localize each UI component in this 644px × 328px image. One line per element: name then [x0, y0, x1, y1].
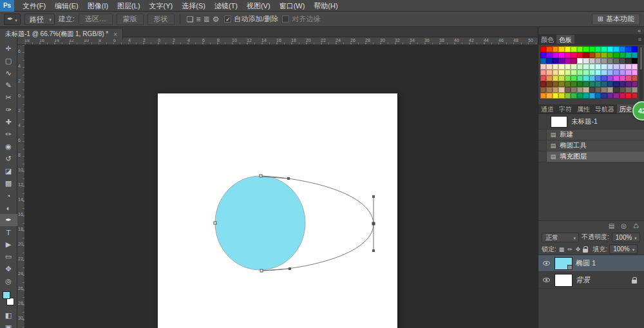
tab-properties[interactable]: 属性	[574, 104, 592, 113]
color-swatch[interactable]	[613, 75, 619, 81]
type-tool[interactable]: T	[0, 226, 17, 238]
color-swatch[interactable]	[583, 75, 589, 81]
color-swatch[interactable]	[558, 52, 564, 58]
color-swatch[interactable]	[577, 70, 583, 75]
color-swatch[interactable]	[620, 52, 625, 58]
color-swatch[interactable]	[565, 58, 571, 64]
new-document-from-state-button[interactable]: ▤	[609, 222, 614, 229]
color-swatch[interactable]	[583, 52, 589, 58]
color-swatch[interactable]	[595, 52, 601, 58]
visibility-toggle[interactable]	[541, 278, 551, 282]
screen-mode[interactable]: ▣	[0, 322, 17, 328]
color-swatch[interactable]	[553, 81, 558, 87]
tab-channels[interactable]: 通道	[538, 104, 556, 113]
color-swatch[interactable]	[571, 58, 576, 64]
color-swatch[interactable]	[632, 46, 638, 52]
color-swatch[interactable]	[632, 52, 638, 58]
history-state-ellipse-tool[interactable]: ▤椭圆工具	[538, 140, 644, 151]
canvas-area[interactable]	[25, 45, 538, 328]
color-swatch[interactable]	[540, 81, 546, 87]
color-swatch[interactable]	[625, 58, 631, 64]
panel-menu-icon[interactable]: ≡	[636, 35, 644, 44]
color-swatch[interactable]	[565, 75, 571, 81]
color-swatch[interactable]	[595, 75, 601, 81]
color-swatch[interactable]	[583, 64, 589, 70]
color-swatch[interactable]	[620, 70, 625, 75]
color-swatch[interactable]	[620, 46, 625, 52]
fill-select[interactable]: 100%	[609, 244, 638, 254]
menu-file[interactable]: 文件(F)	[18, 0, 50, 12]
color-swatch[interactable]	[632, 87, 638, 93]
color-swatch[interactable]	[601, 64, 607, 70]
color-swatch[interactable]	[589, 87, 595, 93]
color-swatch[interactable]	[558, 70, 564, 75]
tab-color[interactable]: 颜色	[538, 35, 556, 44]
color-swatch[interactable]	[620, 93, 625, 99]
color-swatch[interactable]	[558, 64, 564, 70]
color-swatch[interactable]	[553, 46, 558, 52]
menu-type[interactable]: 文字(Y)	[145, 0, 178, 12]
color-swatch[interactable]	[546, 70, 552, 75]
path-operations-button[interactable]: ❏	[185, 14, 195, 25]
menu-layer[interactable]: 图层(L)	[113, 0, 144, 12]
zoom-tool[interactable]: ◎	[0, 275, 17, 287]
color-swatch[interactable]	[589, 70, 595, 75]
color-swatch[interactable]	[632, 81, 638, 87]
color-swatch[interactable]	[625, 46, 631, 52]
menu-image[interactable]: 图像(I)	[83, 0, 113, 12]
color-swatch[interactable]	[595, 64, 601, 70]
color-swatch[interactable]	[583, 46, 589, 52]
path-anchor-right[interactable]	[372, 222, 375, 225]
quick-selection-tool[interactable]: ✎	[0, 79, 17, 92]
color-swatch[interactable]	[577, 46, 583, 52]
color-swatch[interactable]	[589, 64, 595, 70]
opacity-select[interactable]: 100%	[612, 233, 640, 242]
color-swatch[interactable]	[558, 87, 564, 93]
color-swatch[interactable]	[540, 52, 546, 58]
color-swatch[interactable]	[571, 46, 576, 52]
color-swatch[interactable]	[571, 64, 576, 70]
color-swatch[interactable]	[601, 46, 607, 52]
color-swatch[interactable]	[613, 64, 619, 70]
vertical-ruler[interactable]: 642024681012141618202224262830	[17, 45, 25, 328]
color-swatch[interactable]	[553, 75, 558, 81]
color-swatch[interactable]	[632, 75, 638, 81]
color-swatch[interactable]	[565, 87, 571, 93]
path-arrange-button[interactable]: ≣	[202, 14, 211, 25]
color-swatch[interactable]	[595, 70, 601, 75]
color-swatch[interactable]	[546, 58, 552, 64]
color-swatch[interactable]	[625, 64, 631, 70]
color-swatch[interactable]	[613, 87, 619, 93]
quick-mask-mode[interactable]: ◧	[0, 309, 17, 322]
color-swatch[interactable]	[595, 81, 601, 87]
color-swatch[interactable]	[558, 81, 564, 87]
color-swatch[interactable]	[565, 52, 571, 58]
color-swatch[interactable]	[540, 93, 546, 99]
history-state-new[interactable]: ▤新建	[538, 130, 644, 140]
color-swatch[interactable]	[589, 93, 595, 99]
color-swatch[interactable]	[546, 64, 552, 70]
history-brush-tool[interactable]: ↺	[0, 153, 17, 165]
tool-preset-picker[interactable]: ✒	[4, 14, 21, 25]
color-swatch[interactable]	[540, 70, 546, 75]
color-swatch[interactable]	[571, 70, 576, 75]
lasso-tool[interactable]: ∿	[0, 67, 17, 79]
color-swatch[interactable]	[625, 70, 631, 75]
color-swatch[interactable]	[571, 75, 576, 81]
color-swatch[interactable]	[620, 75, 625, 81]
color-swatch[interactable]	[589, 75, 595, 81]
menu-select[interactable]: 选择(S)	[177, 0, 210, 12]
make-shape-button[interactable]: 形状	[147, 14, 175, 25]
color-swatch[interactable]	[632, 64, 638, 70]
lock-transparency-button[interactable]: ▦	[558, 246, 565, 253]
auto-add-delete-checkbox[interactable]	[224, 15, 231, 23]
brush-tool[interactable]: ✏	[0, 128, 17, 140]
color-swatch[interactable]	[583, 93, 589, 99]
tab-character[interactable]: 字符	[556, 104, 574, 113]
color-swatch[interactable]	[595, 58, 601, 64]
color-swatch[interactable]	[607, 64, 613, 70]
color-swatch[interactable]	[607, 52, 613, 58]
color-swatch[interactable]	[583, 58, 589, 64]
color-swatch[interactable]	[625, 93, 631, 99]
color-swatch[interactable]	[607, 75, 613, 81]
